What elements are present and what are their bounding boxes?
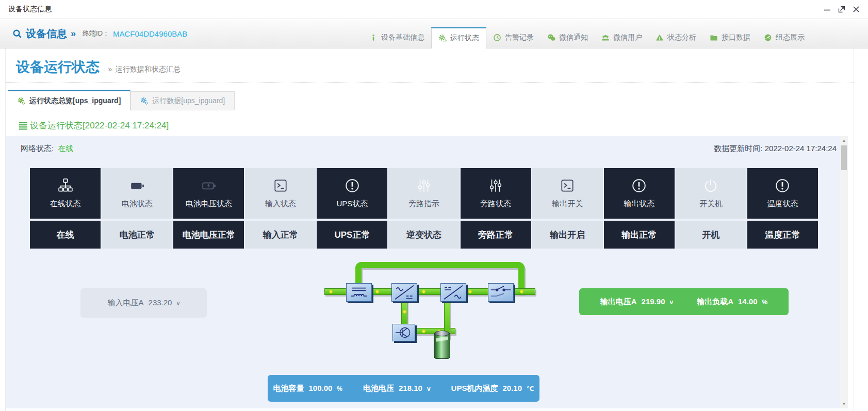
terminal-icon (273, 178, 288, 193)
alert-circle-icon (631, 178, 647, 193)
battery-bolt-icon (201, 178, 217, 193)
users-icon (601, 34, 610, 42)
vertical-scrollbar[interactable]: ▲ ▼ (840, 136, 848, 408)
power-icon (703, 178, 718, 193)
window-titlebar: 设备状态信息 (0, 0, 868, 19)
main-content: 设备运行状态 » 运行数据和状态汇总 运行状态总览[ups_ipguard] 运… (5, 48, 854, 411)
gauge-icon (764, 34, 772, 42)
breadcrumb: 设备信息 » 终端ID： MACF04DD4960BAB (12, 27, 187, 41)
list-icon (19, 121, 28, 130)
metric-unit: % (337, 385, 342, 392)
output-metrics-box: 输出电压A219.90v 输出负载A14.00% (579, 288, 789, 315)
data-update-time: 数据更新时间: 2022-02-24 17:24:24 (714, 144, 837, 154)
nav-item-device-info[interactable]: 设备基础信息 (363, 27, 431, 48)
breadcrumb-separator: » (71, 28, 76, 39)
metric-unit: v (427, 385, 431, 392)
tile-value-ups: UPS正常 (317, 221, 387, 249)
tile-label: 输出开关 (552, 199, 583, 209)
terminal-id-label: 终端ID： (83, 29, 109, 38)
tile-label: UPS状态 (337, 199, 368, 209)
top-navigation: 设备基础信息 运行状态 告警记录 微信通知 微信用户 状态分析 接口数据 组态 (363, 19, 811, 48)
metric-label: 电池容量 (273, 384, 304, 393)
section-heading-text: 设备运行状态[2022-02-24 17:24:24] (30, 120, 169, 131)
status-tile-output-switch: 输出开关 (532, 168, 603, 219)
nav-item-scada-view[interactable]: 组态展示 (757, 27, 811, 48)
filter-box (346, 283, 372, 302)
nav-item-interface-data[interactable]: 接口数据 (703, 27, 757, 48)
minimize-button[interactable] (824, 6, 831, 13)
inverter-box (440, 283, 466, 302)
nav-item-status-analysis[interactable]: 状态分析 (649, 27, 703, 48)
flow-dot (468, 290, 472, 293)
page-subtitle: 运行数据和状态汇总 (116, 65, 181, 73)
metric-label: 电池电压 (363, 384, 394, 393)
gears-icon (140, 97, 148, 105)
status-tile-battery-voltage: 电池电压状态 (173, 168, 244, 219)
nav-item-run-status[interactable]: 运行状态 (431, 27, 486, 48)
nav-label: 运行状态 (450, 34, 479, 43)
tile-label: 输出状态 (624, 199, 654, 209)
tile-label: 旁路状态 (480, 199, 511, 209)
battery (434, 332, 450, 359)
scrollbar-thumb[interactable] (841, 145, 847, 170)
status-tile-temperature: 温度状态 (747, 168, 818, 219)
status-tile-online: 在线状态 (30, 168, 101, 219)
folder-icon (710, 34, 718, 42)
metric-value: 218.10 (399, 384, 422, 392)
tile-value: 旁路正常 (478, 229, 513, 241)
close-icon[interactable] (853, 6, 860, 13)
update-time-value: 2022-02-24 17:24:24 (765, 144, 837, 153)
metric-value: 20.10 (502, 384, 522, 392)
tile-value: 输出正常 (621, 229, 657, 241)
tile-value: 开机 (702, 229, 719, 241)
tile-label: 开关机 (699, 199, 723, 209)
tile-value: 温度正常 (765, 229, 800, 241)
metric-value: 219.90 (642, 297, 665, 306)
flow-dot (403, 310, 406, 314)
nav-label: 状态分析 (667, 33, 696, 42)
maximize-button[interactable] (838, 6, 845, 13)
nav-item-alarm-log[interactable]: 告警记录 (486, 27, 541, 48)
flow-dot (375, 290, 379, 293)
tile-value: 逆变状态 (406, 229, 441, 241)
tile-value-input: 输入正常 (245, 221, 316, 249)
status-tile-input: 输入状态 (245, 168, 316, 219)
battery-metrics-box: 电池容量100.00% 电池电压218.10v UPS机内温度20.10℃ (268, 375, 539, 402)
network-icon (58, 178, 73, 193)
metric-unit: % (762, 299, 768, 306)
rectifier-box (391, 283, 417, 302)
clock-icon (493, 34, 501, 42)
metric-unit: v (176, 300, 179, 307)
tile-value-output: 输出正常 (604, 221, 675, 249)
flow-dot (422, 290, 425, 293)
status-bar: 网络状态:在线 数据更新时间: 2022-02-24 17:24:24 (6, 136, 844, 161)
tab-strip: 运行状态总览[ups_ipguard] 运行数据[ups_ipguard] (6, 90, 854, 110)
flow-dot (329, 290, 333, 293)
tile-value-row: 在线 电池正常 电池电压正常 输入正常 UPS正常 逆变状态 旁路正常 输出开启… (30, 221, 818, 249)
tile-value-temperature: 温度正常 (747, 221, 818, 249)
tile-value-bypass: 旁路正常 (461, 221, 531, 249)
status-tile-battery: 电池状态 (102, 168, 172, 219)
tile-value: UPS正常 (334, 229, 370, 241)
scroll-up-arrow[interactable]: ▲ (840, 137, 848, 144)
charger-box (392, 324, 415, 341)
tab-run-data[interactable]: 运行数据[ups_ipguard] (130, 91, 235, 110)
window-controls (824, 6, 860, 13)
sliders-icon (488, 178, 503, 193)
metric-label: 输入电压A (108, 298, 144, 308)
tab-run-status-overview[interactable]: 运行状态总览[ups_ipguard] (8, 90, 130, 110)
warning-icon (656, 34, 664, 42)
nav-item-wechat-users[interactable]: 微信用户 (595, 27, 649, 48)
network-status: 网络状态:在线 (21, 144, 73, 154)
tile-label: 在线状态 (50, 199, 81, 209)
nav-item-wechat-notify[interactable]: 微信通知 (541, 27, 595, 48)
status-tile-ups: UPS状态 (317, 168, 387, 219)
tile-value-output-switch: 输出开启 (532, 221, 603, 249)
metric-value: 233.20 (149, 298, 172, 307)
network-status-label: 网络状态: (21, 144, 54, 153)
tile-value-online: 在线 (30, 221, 101, 249)
panel-row: 网络状态:在线 数据更新时间: 2022-02-24 17:24:24 在线状态… (6, 136, 854, 408)
tile-value: 电池正常 (120, 229, 155, 241)
alert-circle-icon (345, 178, 360, 193)
scroll-down-arrow[interactable]: ▼ (840, 400, 848, 408)
